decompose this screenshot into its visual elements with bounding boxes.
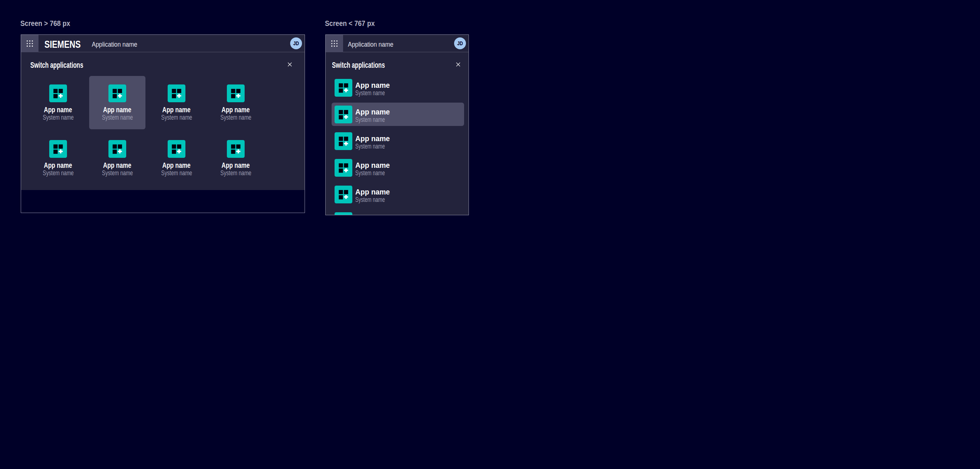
app-icon (227, 85, 245, 102)
app-list-item[interactable]: App name System name (332, 183, 465, 206)
app-tile[interactable]: App name System name (208, 131, 264, 185)
app-tile[interactable]: App name System name (89, 131, 145, 185)
app-icon (334, 212, 352, 215)
switch-applications-overlay: Switch applications App name System name… (21, 52, 305, 190)
close-icon (455, 61, 462, 68)
system-name: System name (43, 113, 74, 122)
app-tile[interactable]: App name System name (89, 76, 145, 129)
app-switcher-button[interactable] (21, 35, 38, 52)
avatar-initials: JD (457, 40, 463, 47)
system-name: System name (355, 196, 385, 203)
system-name: System name (43, 169, 74, 177)
app-name: App name (355, 214, 396, 215)
user-avatar[interactable]: JD (290, 37, 302, 49)
application-header: SIEMENS Application name JD (21, 35, 305, 52)
app-list-item[interactable]: App name System name (332, 209, 465, 215)
app-icon (168, 85, 185, 102)
system-name: System name (102, 113, 133, 122)
app-name: App name (162, 105, 191, 114)
switch-applications-overlay-mobile: Switch applications App name System name (326, 52, 469, 215)
app-name: App name (222, 105, 250, 114)
close-button[interactable] (285, 60, 294, 69)
overlay-title-mobile: Switch applications (332, 61, 385, 69)
app-icon (49, 85, 67, 102)
app-tile[interactable]: App name System name (148, 131, 205, 185)
system-name: System name (220, 169, 251, 177)
app-icon (334, 105, 352, 123)
system-name: System name (355, 169, 385, 177)
system-name: System name (355, 142, 385, 150)
app-icon (108, 85, 126, 102)
user-avatar-mobile[interactable]: JD (454, 37, 466, 49)
app-tile[interactable]: App name System name (208, 76, 264, 129)
app-tile[interactable]: App name System name (148, 76, 205, 129)
app-tile[interactable]: App name System name (30, 131, 86, 185)
app-name: App name (44, 105, 72, 114)
app-name: App name (103, 161, 131, 170)
siemens-logo: SIEMENS (45, 38, 81, 50)
svg-text:SIEMENS: SIEMENS (45, 39, 81, 50)
app-icon (334, 159, 352, 177)
close-button-mobile[interactable] (454, 60, 463, 69)
app-name: App name (162, 161, 191, 170)
breakpoint-label-mobile: Screen < 767 px (325, 20, 375, 27)
close-icon (286, 61, 293, 68)
app-tile[interactable]: App name System name (30, 76, 86, 129)
overlay-title: Switch applications (30, 61, 83, 69)
system-name: System name (102, 169, 133, 177)
system-name: System name (355, 116, 385, 123)
desktop-window: SIEMENS Application name JD Switch appli… (21, 35, 305, 213)
breakpoint-label-desktop: Screen > 768 px (21, 20, 70, 27)
app-list-item[interactable]: App name System name (332, 156, 465, 179)
app-tile-grid: App name System name App name System nam… (30, 76, 264, 185)
system-name: System name (161, 113, 192, 122)
system-name: System name (161, 169, 192, 177)
app-icon (334, 186, 352, 203)
app-name: App name (44, 161, 72, 170)
app-list-item[interactable]: App name System name (332, 103, 465, 126)
app-icon (334, 79, 352, 97)
app-name: App name (222, 161, 250, 170)
avatar-initials: JD (293, 40, 299, 47)
system-name: System name (355, 89, 385, 97)
application-name-title-mobile: Application name (348, 40, 393, 48)
app-icon (168, 140, 185, 158)
application-name-title: Application name (92, 40, 137, 48)
grid-dots-icon (331, 40, 337, 47)
app-icon (108, 140, 126, 158)
app-icon (227, 140, 245, 158)
app-icon (334, 132, 352, 150)
mobile-window: Application name JD Switch applications … (325, 35, 469, 215)
app-list-item[interactable]: App name System name (332, 76, 465, 99)
app-switcher-button-mobile[interactable] (326, 35, 343, 52)
app-name: App name (103, 105, 131, 114)
grid-dots-icon (27, 40, 33, 47)
app-list-item[interactable]: App name System name (332, 129, 465, 153)
app-list: App name System name App name System nam… (332, 76, 465, 215)
application-header-mobile: Application name JD (326, 35, 469, 52)
system-name: System name (220, 113, 251, 122)
app-icon (49, 140, 67, 158)
